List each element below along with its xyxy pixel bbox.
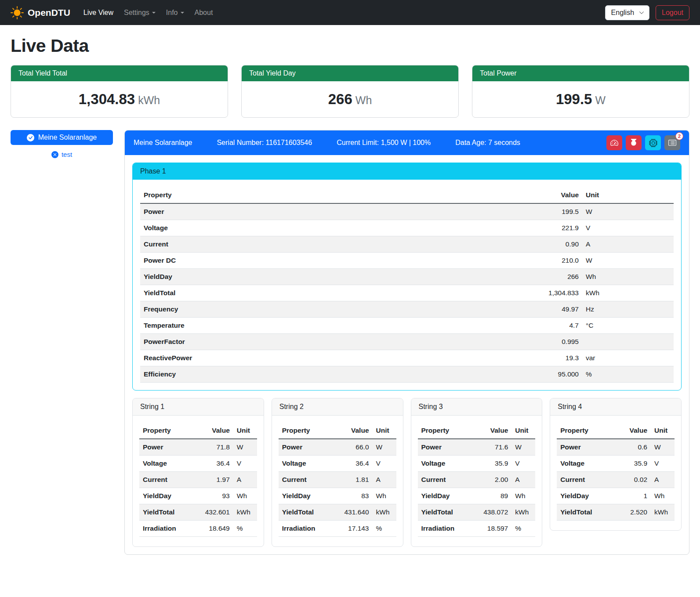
logout-button[interactable]: Logout [656, 5, 689, 20]
nav-about[interactable]: About [189, 5, 218, 20]
column-unit: Unit [582, 187, 674, 203]
limit-settings-button[interactable] [606, 135, 622, 150]
table-row: Voltage36.4V [279, 456, 396, 472]
inverter-data-age: Data Age: 7 seconds [455, 139, 520, 147]
table-row: Efficiency95.000% [140, 366, 674, 383]
navbar: OpenDTU Live View Settings Info About En… [0, 0, 700, 25]
column-property: Property [418, 423, 474, 439]
string-table: Property Value Unit Power66.0WVoltage36.… [279, 423, 396, 537]
table-header-row: Property Value Unit [139, 423, 257, 439]
table-row: ReactivePower19.3var [140, 350, 674, 366]
inverter-limit: Current Limit: 1,500 W | 100% [337, 139, 431, 147]
sidebar-item-test[interactable]: test [11, 151, 113, 158]
table-cell: 432.601 [196, 504, 233, 521]
table-row: Voltage35.9V [418, 456, 536, 472]
table-cell: V [233, 456, 257, 472]
string-table: Property Value Unit Power71.6WVoltage35.… [418, 423, 536, 537]
table-row: Power DC210.0W [140, 253, 674, 269]
table-cell: 18.597 [474, 521, 511, 537]
column-value: Value [613, 423, 651, 439]
table-cell: Irradiation [279, 521, 335, 537]
table-cell: 1 [613, 488, 651, 504]
nav-live-view[interactable]: Live View [78, 5, 119, 20]
sidebar-item-meine-solaranlage[interactable]: Meine Solaranlage [11, 130, 113, 145]
table-cell: V [651, 456, 675, 472]
inverter-panel: Meine Solaranlage Serial Number: 1161716… [124, 130, 689, 555]
column-value: Value [335, 423, 373, 439]
page-title: Live Data [11, 36, 689, 56]
table-cell: Power [139, 439, 196, 456]
table-cell: Power [279, 439, 335, 456]
table-cell: Current [139, 472, 196, 488]
table-cell: Voltage [557, 456, 613, 472]
phase-card: Phase 1 Property Value Unit Power199.5WV… [132, 163, 682, 391]
table-row: Power199.5W [140, 203, 674, 220]
table-cell: kWh [373, 504, 396, 521]
brand[interactable]: OpenDTU [11, 6, 70, 19]
column-unit: Unit [511, 423, 535, 439]
power-settings-button[interactable] [626, 135, 642, 150]
table-row: Current0.90A [140, 236, 674, 253]
table-cell: Hz [582, 301, 674, 318]
table-cell: 95.000 [523, 366, 582, 383]
summary-card-total-power: Total Power 199.5W [472, 65, 689, 118]
nav-info-label: Info [166, 9, 178, 17]
table-header-row: Property Value Unit [140, 187, 674, 203]
nav-settings[interactable]: Settings [119, 5, 161, 20]
table-cell: kWh [651, 504, 675, 521]
table-row: YieldDay93Wh [139, 488, 257, 504]
table-cell: A [511, 472, 535, 488]
table-row: YieldTotal438.072kWh [418, 504, 536, 521]
table-cell: 89 [474, 488, 511, 504]
table-cell: YieldDay [140, 269, 523, 285]
table-cell: 1,304.833 [523, 285, 582, 301]
table-cell: 35.9 [613, 456, 651, 472]
power-icon [630, 139, 638, 147]
table-row: Power66.0W [279, 439, 396, 456]
table-cell: 1.97 [196, 472, 233, 488]
column-property: Property [557, 423, 613, 439]
table-cell: Power DC [140, 253, 523, 269]
table-cell: YieldDay [418, 488, 474, 504]
string-card-4: String 4 Property Value Unit [550, 398, 682, 531]
language-value: English [611, 9, 634, 16]
table-cell: Current [418, 472, 474, 488]
nav-info[interactable]: Info [161, 5, 189, 20]
table-cell: 210.0 [523, 253, 582, 269]
event-log-button[interactable]: 2 [664, 135, 680, 150]
nav-links: Live View Settings Info About [78, 5, 218, 20]
table-cell: 0.6 [613, 439, 651, 456]
summary-card-total-yield-total: Total Yield Total 1,304.83kWh [11, 65, 228, 118]
table-cell: 83 [335, 488, 373, 504]
table-row: Temperature4.7°C [140, 318, 674, 334]
table-cell: °C [582, 318, 674, 334]
table-cell: 0.90 [523, 236, 582, 253]
table-cell: YieldTotal [279, 504, 335, 521]
table-cell: 2.00 [474, 472, 511, 488]
table-row: YieldDay83Wh [279, 488, 396, 504]
table-cell: Power [418, 439, 474, 456]
table-cell: 35.9 [474, 456, 511, 472]
table-cell: V [582, 220, 674, 236]
table-cell: Frequency [140, 301, 523, 318]
table-cell [582, 334, 674, 350]
table-cell: W [582, 203, 674, 220]
table-cell: W [651, 439, 675, 456]
device-info-button[interactable] [645, 135, 661, 150]
table-cell: Current [279, 472, 335, 488]
table-row: Irradiation18.597% [418, 521, 536, 537]
table-cell: kWh [511, 504, 535, 521]
sun-icon [11, 6, 24, 19]
table-cell: 18.649 [196, 521, 233, 537]
table-cell: 199.5 [523, 203, 582, 220]
table-cell: W [233, 439, 257, 456]
string-table: Property Value Unit Power71.8WVoltage36.… [139, 423, 257, 537]
table-row: Current2.00A [418, 472, 536, 488]
table-cell: 19.3 [523, 350, 582, 366]
string-table: Property Value Unit Power0.6WVoltage35.9… [557, 423, 675, 521]
table-cell: YieldDay [279, 488, 335, 504]
table-cell: ReactivePower [140, 350, 523, 366]
table-cell: YieldDay [139, 488, 196, 504]
table-cell: 2.520 [613, 504, 651, 521]
language-select[interactable]: English [605, 5, 649, 20]
